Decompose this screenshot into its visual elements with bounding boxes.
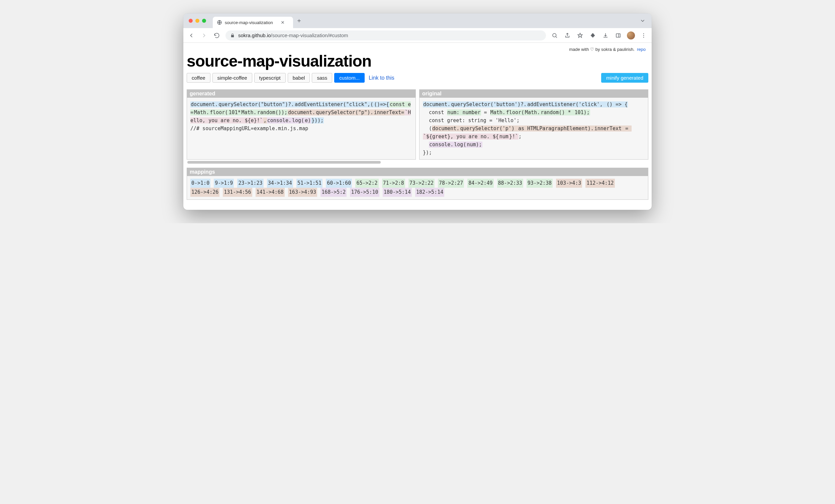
mapping-entry[interactable]: 180->5:14 — [383, 188, 412, 197]
generated-code[interactable]: document.querySelector("button")?.addEve… — [187, 98, 415, 135]
tab-strip: source-map-visualization — [183, 13, 652, 28]
original-code[interactable]: document.querySelector('button')?.addEve… — [420, 98, 648, 159]
coffee-button[interactable]: coffee — [187, 73, 210, 83]
mapping-entry[interactable]: 60->1:60 — [326, 179, 352, 188]
mapping-entry[interactable]: 88->2:33 — [497, 179, 523, 188]
page-content: made with ♡ by sokra & paulirish. repo s… — [183, 43, 652, 210]
svg-point-1 — [553, 34, 556, 37]
mapping-entry[interactable]: 9->1:9 — [214, 179, 234, 188]
simple-coffee-button[interactable]: simple-coffee — [212, 73, 252, 83]
window-controls — [189, 19, 206, 23]
url-text: sokra.github.io/source-map-visualization… — [238, 33, 348, 38]
mapping-entry[interactable]: 84->2:49 — [467, 179, 493, 188]
forward-button[interactable] — [200, 32, 208, 39]
mapping-entry[interactable]: 163->4:93 — [288, 188, 317, 197]
credits-line: made with ♡ by sokra & paulirish. repo — [187, 45, 648, 52]
code-panels: generated document.querySelector("button… — [187, 89, 648, 160]
minify-generated-button[interactable]: minify generated — [601, 73, 648, 83]
browser-tab[interactable]: source-map-visualization — [213, 17, 293, 28]
minimize-window-button[interactable] — [196, 19, 199, 23]
svg-point-3 — [643, 33, 644, 34]
sourcemap-comment: //# sourceMappingURL=example.min.js.map — [190, 125, 308, 132]
svg-point-4 — [643, 35, 644, 36]
horizontal-scrollbar[interactable] — [187, 161, 648, 166]
new-tab-button[interactable] — [297, 18, 302, 23]
mapping-entry[interactable]: 126->4:26 — [190, 188, 220, 197]
browser-window: source-map-visualization sokra.github. — [183, 13, 652, 210]
tabs-dropdown-icon[interactable] — [639, 18, 646, 24]
mapping-entry[interactable]: 141->4:68 — [256, 188, 285, 197]
mappings-heading: mappings — [187, 168, 648, 176]
mapping-entry[interactable]: 51->1:51 — [297, 179, 323, 188]
bookmark-star-icon[interactable] — [576, 33, 584, 39]
share-icon[interactable] — [563, 33, 571, 39]
browser-toolbar: sokra.github.io/source-map-visualization… — [183, 28, 652, 43]
mapping-entry[interactable]: 93->2:38 — [527, 179, 553, 188]
generated-heading: generated — [187, 90, 415, 98]
menu-icon[interactable] — [639, 33, 648, 39]
mappings-list[interactable]: 0->1:09->1:923->1:2334->1:3451->1:5160->… — [187, 176, 648, 199]
repo-link[interactable]: repo — [637, 47, 646, 52]
side-panel-icon[interactable] — [614, 33, 622, 39]
mapping-entry[interactable]: 0->1:0 — [190, 179, 210, 188]
lock-icon — [230, 33, 235, 38]
mapping-entry[interactable]: 131->4:56 — [223, 188, 252, 197]
credits-authors: sokra & paulirish. — [601, 47, 635, 52]
page-title: source-map-visualization — [187, 52, 648, 70]
sass-button[interactable]: sass — [312, 73, 332, 83]
custom-button[interactable]: custom... — [334, 73, 365, 83]
close-window-button[interactable] — [189, 19, 193, 23]
svg-rect-2 — [616, 34, 620, 37]
mapping-entry[interactable]: 23->1:23 — [237, 179, 263, 188]
mapping-entry[interactable]: 103->4:3 — [556, 179, 582, 188]
mapping-entry[interactable]: 73->2:22 — [408, 179, 434, 188]
mapping-entry[interactable]: 176->5:10 — [350, 188, 379, 197]
original-panel: original document.querySelector('button'… — [419, 89, 648, 160]
link-to-this[interactable]: Link to this — [369, 75, 394, 81]
original-heading: original — [420, 90, 648, 98]
mapping-entry[interactable]: 78->2:27 — [438, 179, 464, 188]
maximize-window-button[interactable] — [202, 19, 206, 23]
mappings-panel: mappings 0->1:09->1:923->1:2334->1:3451-… — [187, 168, 648, 200]
babel-button[interactable]: babel — [288, 73, 310, 83]
typescript-button[interactable]: typescript — [254, 73, 286, 83]
mapping-entry[interactable]: 112->4:12 — [586, 179, 614, 188]
controls-row: coffee simple-coffee typescript babel sa… — [187, 73, 648, 83]
mapping-entry[interactable]: 71->2:8 — [382, 179, 405, 188]
mapping-entry[interactable]: 168->5:2 — [321, 188, 347, 197]
globe-icon — [217, 20, 222, 25]
extensions-icon[interactable] — [589, 33, 597, 39]
svg-point-5 — [643, 37, 644, 38]
reload-button[interactable] — [213, 33, 221, 39]
downloads-icon[interactable] — [602, 33, 610, 39]
mapping-entry[interactable]: 65->2:2 — [355, 179, 378, 188]
profile-avatar[interactable] — [627, 32, 635, 40]
back-button[interactable] — [187, 32, 196, 39]
tab-title: source-map-visualization — [225, 20, 273, 25]
address-bar[interactable]: sokra.github.io/source-map-visualization… — [225, 31, 546, 40]
generated-panel: generated document.querySelector("button… — [187, 89, 416, 160]
mapping-entry[interactable]: 182->5:14 — [415, 188, 444, 197]
close-tab-icon[interactable] — [280, 20, 285, 25]
search-icon[interactable] — [551, 33, 559, 39]
mapping-entry[interactable]: 34->1:34 — [267, 179, 293, 188]
credits-prefix: made with ♡ by — [569, 47, 601, 52]
